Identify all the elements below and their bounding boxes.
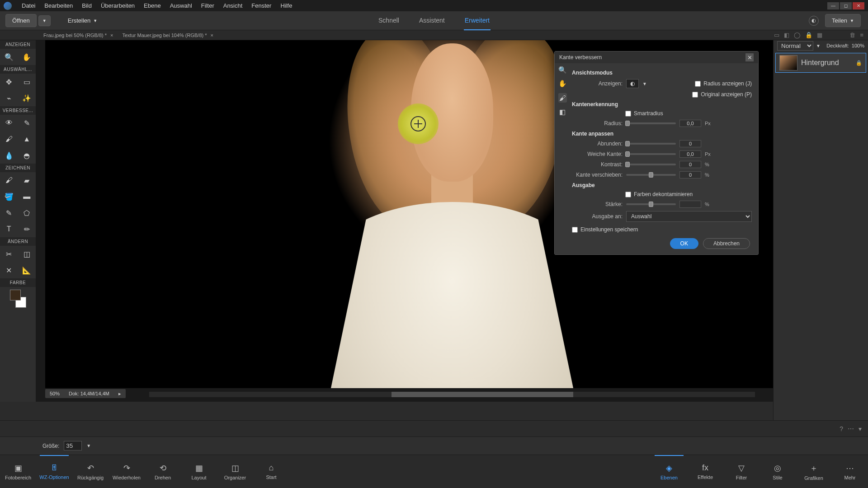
eraser-tool-icon[interactable]: ▰ [18,172,36,188]
chevron-down-icon[interactable]: ▼ [816,43,821,48]
chevron-down-icon[interactable]: ▾ [859,425,862,432]
cancel-button[interactable]: Abbrechen [703,238,750,249]
trash-icon[interactable]: 🗑 [849,32,855,38]
shift-input[interactable] [679,171,701,178]
hand-tool-icon[interactable]: ✋ [18,49,36,65]
rotate-button[interactable]: ⟲Drehen [145,455,181,488]
wand-tool-icon[interactable]: ✨ [18,90,36,106]
amount-slider[interactable] [626,203,676,205]
blur-tool-icon[interactable]: 💧 [0,147,18,164]
open-button[interactable]: Öffnen [5,14,37,27]
dialog-titlebar[interactable]: Kante verbessern ✕ [555,52,758,63]
brush-size-input[interactable] [64,441,82,450]
refine-brush-tool-icon[interactable]: 🖌 [558,93,567,103]
create-button[interactable]: Erstellen ▼ [61,14,104,27]
effects-tab-button[interactable]: fxEffekte [687,455,723,488]
dialog-close-button[interactable]: ✕ [745,53,754,61]
menu-layer[interactable]: Ebene [139,2,165,9]
chevron-down-icon[interactable]: ▼ [642,81,647,86]
undo-button[interactable]: ↶Rückgängig [72,455,108,488]
zoom-tool-icon[interactable]: 🔍 [558,66,567,74]
status-chevron-icon[interactable]: ▸ [118,391,121,397]
new-layer-icon[interactable]: ◧ [784,32,789,38]
menu-image[interactable]: Bild [77,2,96,9]
layout-button[interactable]: ▦Layout [181,455,217,488]
maximize-button[interactable]: ◻ [840,2,852,9]
graphics-tab-button[interactable]: ＋Grafiken [796,455,832,488]
link-icon[interactable]: ▦ [817,32,822,38]
more-icon[interactable]: ⋯ [848,425,854,432]
crop-tool-icon[interactable]: ✂ [0,246,18,262]
layer-name[interactable]: Hintergrund [801,59,839,67]
smooth-input[interactable] [679,140,701,147]
close-icon[interactable]: × [110,33,113,38]
menu-help[interactable]: Hilfe [276,2,297,9]
smooth-slider[interactable] [626,143,676,145]
menu-view[interactable]: Ansicht [219,2,247,9]
shift-slider[interactable] [626,174,676,176]
tab-guided[interactable]: Assistent [418,11,446,30]
opacity-value[interactable]: 100% [852,43,864,48]
contrast-slider[interactable] [626,164,676,165]
amount-input[interactable] [679,201,701,208]
layer-item[interactable]: Hintergrund 🔒 [775,53,866,73]
type-tool-icon[interactable]: T [0,221,18,237]
tab-expert[interactable]: Erweitert [464,11,491,30]
home-button[interactable]: ⌂Start [253,455,289,488]
shape-tool-icon[interactable]: ⬠ [18,205,36,221]
lasso-tool-icon[interactable]: ⌁ [0,90,18,106]
share-button[interactable]: Teilen ▼ [825,14,861,27]
remember-settings-check[interactable]: Einstellungen speichern [572,226,752,233]
panel-icon[interactable]: ▭ [774,32,779,38]
layers-tab-button[interactable]: ◈Ebenen [651,455,687,488]
view-mode-select[interactable]: ◐ [626,79,639,88]
menu-file[interactable]: Datei [17,2,40,9]
contrast-input[interactable] [679,161,701,168]
close-button[interactable]: ✕ [853,2,864,9]
show-radius-check[interactable]: Radius anzeigen (J) [695,80,752,87]
panel-menu-icon[interactable]: ≡ [860,32,863,38]
open-dropdown[interactable]: ▼ [38,15,51,26]
straighten-tool-icon[interactable]: 📐 [18,262,36,278]
move-tool-icon[interactable]: ✥ [0,74,18,90]
foreground-color-swatch[interactable] [10,290,21,300]
feather-slider[interactable] [626,153,676,155]
smart-brush-tool-icon[interactable]: 🖌 [0,131,18,147]
more-tab-button[interactable]: ⋯Mehr [832,455,868,488]
minimize-button[interactable]: — [827,2,839,9]
filters-tab-button[interactable]: ▽Filter [723,455,760,488]
theme-toggle-icon[interactable]: ◐ [809,16,819,26]
recompose-tool-icon[interactable]: ◫ [18,246,36,262]
radius-input[interactable] [679,120,701,127]
gradient-tool-icon[interactable]: ▬ [18,188,36,205]
styles-tab-button[interactable]: ◎Stile [760,455,796,488]
chevron-down-icon[interactable]: ▼ [86,443,91,448]
help-icon[interactable]: ? [840,425,843,432]
feather-input[interactable] [679,150,701,158]
erase-refine-tool-icon[interactable]: ◧ [559,108,566,116]
picker-tool-icon[interactable]: ✎ [0,205,18,221]
smart-radius-check[interactable]: Smartradius [625,110,752,117]
organizer-button[interactable]: ◫Organizer [217,455,253,488]
redo-button[interactable]: ↷Wiederholen [108,455,145,488]
color-swatch[interactable] [9,289,27,309]
doc-tab-1[interactable]: Textur Mauer.jpeg bei 104% (RGB/8) * × [118,33,218,38]
menu-select[interactable]: Auswahl [165,2,197,9]
lock-icon[interactable]: 🔒 [805,32,812,38]
decontaminate-check[interactable]: Farben dekontaminieren [625,191,752,197]
spot-heal-tool-icon[interactable]: ✎ [18,115,36,131]
marquee-tool-icon[interactable]: ▭ [18,74,36,90]
brush-tool-icon[interactable]: 🖌 [0,172,18,188]
hand-tool-icon[interactable]: ✋ [558,80,567,88]
menu-window[interactable]: Fenster [247,2,276,9]
radius-slider[interactable] [626,122,676,124]
output-to-select[interactable]: Auswahl [626,211,752,222]
tool-options-button[interactable]: 🎚WZ-Optionen [36,455,72,488]
content-move-tool-icon[interactable]: ✕ [0,262,18,278]
doc-tab-0[interactable]: Frau.jpeg bei 50% (RGB/8) * × [39,33,118,38]
lock-icon[interactable]: 🔒 [856,60,862,66]
menu-edit[interactable]: Bearbeiten [40,2,77,9]
clone-stamp-tool-icon[interactable]: ▲ [18,131,36,147]
menu-enhance[interactable]: Überarbeiten [96,2,139,9]
blend-mode-select[interactable]: Normal [777,41,813,51]
